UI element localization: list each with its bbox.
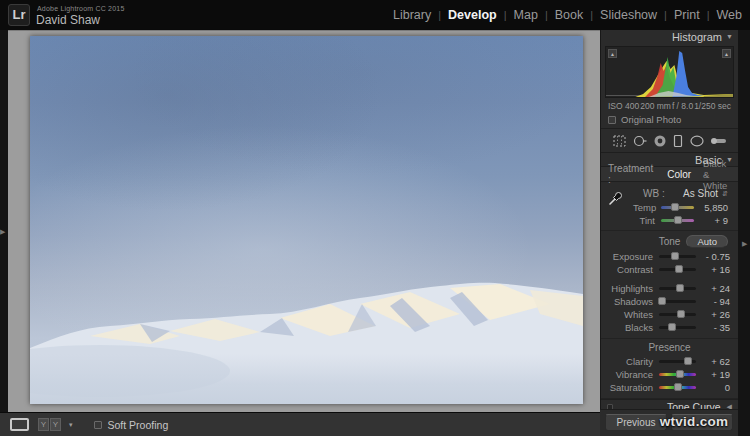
contrast-value: + 16: [696, 264, 730, 275]
whites-slider-row: Whites + 26: [605, 308, 734, 321]
presence-section: Presence Clarity + 62 Vibrance + 19 Satu…: [601, 339, 738, 399]
tint-label: Tint: [633, 215, 661, 226]
tone-label: Tone: [659, 236, 681, 247]
whites-slider[interactable]: [659, 313, 696, 316]
highlights-value: + 24: [696, 283, 730, 294]
highlights-label: Highlights: [609, 283, 659, 294]
presence-label: Presence: [605, 341, 734, 355]
contrast-slider-knob[interactable]: [675, 265, 683, 273]
before-after-left-icon[interactable]: Y: [38, 418, 49, 431]
basic-header[interactable]: Basic ▼: [601, 152, 738, 166]
crop-overlay-icon[interactable]: [612, 134, 627, 148]
highlights-slider-knob[interactable]: [676, 284, 684, 292]
basic-expand-icon[interactable]: ▼: [726, 153, 733, 167]
temp-slider[interactable]: [661, 206, 694, 209]
module-library[interactable]: Library: [393, 8, 431, 22]
adjustment-brush-icon[interactable]: [710, 134, 727, 148]
highlight-clipping-indicator[interactable]: ▲: [722, 49, 731, 58]
soft-proofing-checkbox[interactable]: [94, 421, 102, 429]
auto-tone-button[interactable]: Auto: [686, 235, 728, 248]
menu-separator: |: [438, 9, 441, 21]
loupe-view-icon[interactable]: [10, 418, 29, 431]
highlights-slider[interactable]: [659, 287, 696, 290]
exposure-value: - 0.75: [696, 251, 730, 262]
shadows-slider[interactable]: [659, 300, 696, 303]
whites-value: + 26: [696, 309, 730, 320]
blacks-slider-knob[interactable]: [668, 323, 676, 331]
module-slideshow[interactable]: Slideshow: [600, 8, 657, 22]
photo-preview[interactable]: [30, 36, 583, 404]
original-photo-label: Original Photo: [621, 114, 681, 125]
saturation-slider[interactable]: [659, 386, 696, 389]
red-eye-icon[interactable]: [653, 134, 667, 148]
tint-slider-row: Tint + 9: [629, 214, 732, 227]
vibrance-label: Vibrance: [609, 369, 659, 380]
shadows-label: Shadows: [609, 296, 659, 307]
saturation-slider-knob[interactable]: [674, 383, 682, 391]
treatment-row: Treatment : Color Black & White: [601, 166, 738, 182]
exposure-slider[interactable]: [659, 255, 696, 258]
menu-separator: |: [707, 9, 710, 21]
vibrance-slider[interactable]: [659, 373, 696, 376]
tint-slider[interactable]: [661, 219, 694, 222]
collapse-right-panel-icon[interactable]: ▶: [742, 240, 747, 248]
view-mode-dropdown-icon[interactable]: ▾: [69, 421, 73, 429]
histogram-expand-icon[interactable]: ▼: [726, 30, 733, 44]
graduated-filter-icon[interactable]: [672, 134, 684, 148]
original-photo-row: Original Photo: [601, 112, 738, 128]
whites-slider-knob[interactable]: [677, 310, 685, 318]
menu-separator: |: [504, 9, 507, 21]
shadow-clipping-indicator[interactable]: ▲: [608, 49, 617, 58]
white-balance-dropper-icon[interactable]: [608, 189, 625, 208]
exif-stats-row: ISO 400 200 mm f / 8.0 1/250 sec: [601, 100, 738, 112]
temp-slider-row: Temp 5,850: [629, 201, 732, 214]
wb-selected-value[interactable]: As Shot: [683, 188, 718, 199]
blacks-slider[interactable]: [659, 326, 696, 329]
develop-content-area: [8, 30, 600, 412]
wb-label: WB :: [643, 188, 665, 199]
module-book[interactable]: Book: [555, 8, 584, 22]
blacks-value: - 35: [696, 322, 730, 333]
before-after-right-icon[interactable]: Y: [50, 418, 61, 431]
radial-filter-icon[interactable]: [689, 134, 705, 148]
wb-selector-icon[interactable]: ⇵: [722, 190, 728, 198]
exposure-slider-knob[interactable]: [671, 252, 679, 260]
histogram-title: Histogram: [672, 31, 722, 43]
clarity-value: + 62: [696, 356, 730, 367]
expand-left-panel-icon[interactable]: ▶: [0, 228, 5, 236]
shadows-slider-knob[interactable]: [658, 297, 666, 305]
histogram-graph: [606, 47, 733, 97]
original-photo-checkbox[interactable]: [608, 116, 616, 124]
histogram-display[interactable]: ▲ ▲: [605, 46, 734, 98]
white-balance-section: WB : As Shot ⇵ Temp 5,850 Tint + 9: [601, 182, 738, 231]
vibrance-slider-knob[interactable]: [676, 370, 684, 378]
clarity-slider[interactable]: [659, 360, 696, 363]
module-picker: Library | Develop | Map | Book | Slidesh…: [393, 0, 742, 30]
basic-title: Basic: [695, 154, 722, 166]
module-web[interactable]: Web: [717, 8, 742, 22]
temp-slider-knob[interactable]: [671, 203, 679, 211]
saturation-slider-row: Saturation 0: [605, 381, 734, 394]
module-print[interactable]: Print: [674, 8, 700, 22]
module-develop[interactable]: Develop: [448, 8, 497, 22]
menu-separator: |: [664, 9, 667, 21]
blacks-slider-row: Blacks - 35: [605, 321, 734, 334]
app-edition: Adobe Lightroom CC 2015: [37, 5, 125, 12]
spot-removal-icon[interactable]: [632, 134, 648, 148]
saturation-label: Saturation: [609, 382, 659, 393]
right-panel-edge-strip[interactable]: ▶: [738, 30, 750, 436]
contrast-slider[interactable]: [659, 268, 696, 271]
wb-preset-row[interactable]: WB : As Shot ⇵: [629, 186, 732, 201]
tint-slider-knob[interactable]: [674, 216, 682, 224]
module-map[interactable]: Map: [514, 8, 538, 22]
treatment-color-option[interactable]: Color: [667, 169, 691, 180]
clarity-label: Clarity: [609, 356, 659, 367]
temp-value: 5,850: [694, 202, 728, 213]
left-panel-collapsed-strip[interactable]: ▶: [0, 30, 8, 412]
tone-section: Tone Auto Exposure - 0.75 Contrast + 16 …: [601, 231, 738, 339]
clarity-slider-knob[interactable]: [684, 357, 692, 365]
histogram-header[interactable]: Histogram ▼: [601, 30, 738, 44]
lightroom-logo: Lr: [8, 4, 30, 26]
whites-label: Whites: [609, 309, 659, 320]
vibrance-slider-row: Vibrance + 19: [605, 368, 734, 381]
